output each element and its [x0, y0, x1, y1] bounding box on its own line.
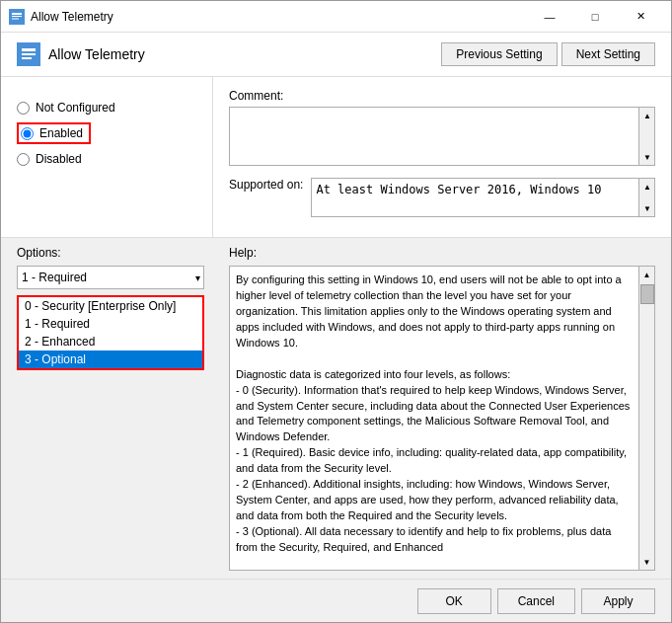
main-content: Options: 1 - Required ▾ 0 - Security [En…: [1, 238, 671, 579]
help-scrollbar: ▲ ▼: [638, 267, 654, 570]
help-text: By configuring this setting in Windows 1…: [230, 267, 638, 570]
help-paragraph-4: - 1 (Required). Basic device info, inclu…: [236, 445, 633, 477]
header-bar: Allow Telemetry Previous Setting Next Se…: [1, 33, 671, 77]
comment-input-area: ▲ ▼: [229, 107, 655, 166]
help-scroll-down[interactable]: ▼: [639, 554, 655, 570]
scroll-down-arrow[interactable]: ▼: [639, 149, 655, 165]
supported-row: Supported on: ▲ ▼: [229, 178, 655, 217]
top-section: Not Configured Enabled Disabled Comment:: [1, 77, 671, 238]
cancel-button[interactable]: Cancel: [497, 588, 575, 614]
title-bar-controls: — □ ✕: [527, 1, 663, 33]
scroll-up-arrow[interactable]: ▲: [639, 179, 655, 195]
dropdown-item-1[interactable]: 1 - Required: [19, 315, 202, 333]
footer: OK Cancel Apply: [1, 579, 671, 622]
title-bar-left: Allow Telemetry: [9, 9, 113, 25]
help-paragraph-6: - 3 (Optional). All data necessary to id…: [236, 524, 633, 556]
disabled-radio[interactable]: [17, 153, 30, 166]
comment-scrollbar: ▲ ▼: [639, 107, 655, 166]
maximize-button[interactable]: □: [572, 1, 618, 33]
ok-button[interactable]: OK: [417, 588, 491, 614]
close-button[interactable]: ✕: [618, 1, 663, 33]
dropdown-item-3[interactable]: 3 - Optional: [19, 350, 202, 368]
dropdown-item-0[interactable]: 0 - Security [Enterprise Only]: [19, 297, 202, 315]
not-configured-option[interactable]: Not Configured: [17, 101, 196, 115]
help-scroll-thumb[interactable]: [640, 284, 654, 304]
header-left: Allow Telemetry: [17, 42, 145, 66]
help-paragraph-1: By configuring this setting in Windows 1…: [236, 273, 633, 351]
window-title: Allow Telemetry: [31, 10, 113, 24]
dropdown-item-2[interactable]: 2 - Enhanced: [19, 333, 202, 350]
next-setting-button[interactable]: Next Setting: [561, 42, 655, 66]
header-policy-icon: [17, 42, 40, 66]
help-paragraph-2: Diagnostic data is categorized into four…: [236, 367, 633, 383]
minimize-button[interactable]: —: [527, 1, 572, 33]
header-title: Allow Telemetry: [48, 46, 145, 62]
help-paragraph-3: - 0 (Security). Information that's requi…: [236, 383, 633, 446]
help-scroll-up[interactable]: ▲: [639, 267, 655, 282]
enabled-radio[interactable]: [21, 127, 34, 140]
supported-scrollbar: ▲ ▼: [639, 178, 655, 217]
comment-section: Comment: ▲ ▼: [229, 89, 655, 166]
policy-icon: [9, 9, 25, 25]
supported-section: Supported on: ▲ ▼: [229, 178, 655, 217]
scroll-up-arrow[interactable]: ▲: [639, 108, 655, 123]
comment-textarea[interactable]: [229, 107, 639, 166]
options-column: Options: 1 - Required ▾ 0 - Security [En…: [17, 246, 229, 571]
help-area: By configuring this setting in Windows 1…: [229, 266, 655, 571]
svg-rect-2: [12, 16, 22, 17]
enabled-option[interactable]: Enabled: [17, 122, 196, 144]
dropdown-list: 0 - Security [Enterprise Only] 1 - Requi…: [17, 295, 204, 370]
supported-box: ▲ ▼: [311, 178, 655, 217]
header-buttons: Previous Setting Next Setting: [441, 42, 655, 66]
svg-rect-7: [22, 57, 32, 59]
dropdown-wrapper: 1 - Required ▾: [17, 266, 204, 289]
supported-textarea: [311, 178, 639, 217]
telemetry-dropdown[interactable]: 1 - Required: [17, 266, 204, 289]
svg-rect-3: [12, 18, 19, 19]
options-label: Options:: [17, 246, 217, 260]
svg-rect-5: [22, 48, 36, 51]
not-configured-label: Not Configured: [36, 101, 115, 115]
help-label: Help:: [229, 246, 655, 260]
help-column: Help: By configuring this setting in Win…: [229, 246, 655, 571]
not-configured-radio[interactable]: [17, 102, 30, 115]
radio-group: Not Configured Enabled Disabled: [17, 101, 196, 166]
title-bar: Allow Telemetry — □ ✕: [1, 1, 671, 33]
svg-rect-6: [22, 53, 36, 55]
radio-panel: Not Configured Enabled Disabled: [1, 77, 213, 237]
supported-label: Supported on:: [229, 178, 303, 192]
main-window: Allow Telemetry — □ ✕ Allow Telemetry Pr…: [0, 0, 672, 623]
help-paragraph-5: - 2 (Enhanced). Additional insights, inc…: [236, 477, 633, 524]
enabled-label: Enabled: [39, 126, 83, 140]
disabled-option[interactable]: Disabled: [17, 152, 196, 166]
right-config-panel: Comment: ▲ ▼ Supported on:: [213, 77, 671, 237]
comment-label: Comment:: [229, 89, 655, 103]
enabled-radio-wrapper: Enabled: [17, 122, 91, 144]
disabled-label: Disabled: [36, 152, 82, 166]
svg-rect-1: [12, 13, 22, 15]
scroll-down-arrow[interactable]: ▼: [639, 200, 655, 216]
previous-setting-button[interactable]: Previous Setting: [441, 42, 557, 66]
apply-button[interactable]: Apply: [581, 588, 655, 614]
